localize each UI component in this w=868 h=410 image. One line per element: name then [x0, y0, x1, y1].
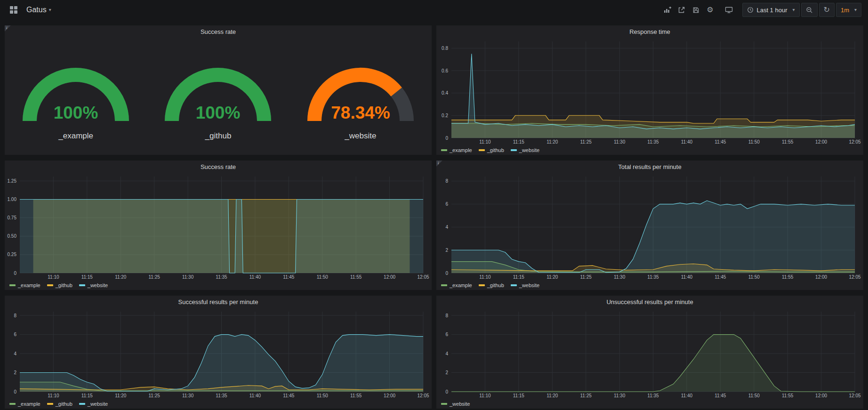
- zoom-out-button[interactable]: [801, 3, 818, 17]
- info-icon: i: [6, 25, 8, 30]
- chart-legend: _example_github_website: [436, 145, 863, 155]
- legend-item-_example[interactable]: _example: [441, 147, 472, 153]
- panel-unsuccessful-results: Unsuccessful results per minute 11:1011:…: [436, 296, 863, 409]
- navbar-right: ⚙ Last 1 hour ▾ ↻: [660, 3, 861, 17]
- chart-svg[interactable]: 11:1011:1511:2011:2511:3011:3511:4011:45…: [5, 308, 432, 399]
- panel-header[interactable]: Success rate: [5, 161, 432, 173]
- legend-item-_website[interactable]: _website: [441, 401, 470, 407]
- svg-text:11:55: 11:55: [782, 139, 794, 145]
- legend-swatch: [479, 149, 485, 151]
- gear-icon: ⚙: [707, 6, 713, 14]
- panel-title[interactable]: Response time: [629, 28, 670, 35]
- panel-response-time: Response time 11:1011:1511:2011:2511:301…: [436, 25, 863, 155]
- chevron-down-icon[interactable]: ▾: [49, 8, 51, 12]
- legend-swatch: [47, 284, 53, 286]
- gauge-value: 78.34%: [331, 103, 390, 122]
- svg-text:11:30: 11:30: [182, 274, 194, 280]
- legend-item-_example[interactable]: _example: [9, 282, 40, 288]
- chart-svg[interactable]: 11:1011:1511:2011:2511:3011:3511:4011:45…: [5, 173, 432, 281]
- chart-plot[interactable]: 11:1011:1511:2011:2511:3011:3511:4011:45…: [5, 308, 432, 399]
- svg-text:0.75: 0.75: [8, 215, 17, 220]
- navbar-left: Gatus ▾: [7, 3, 51, 17]
- gauge-row: 100%_example100%_github78.34%_website: [5, 38, 432, 155]
- panel-header[interactable]: Success rate: [5, 25, 432, 38]
- refresh-interval-label: 1m: [841, 7, 849, 14]
- legend-item-_website[interactable]: _website: [511, 282, 539, 288]
- svg-text:11:50: 11:50: [748, 274, 760, 280]
- dashboard-title[interactable]: Gatus: [26, 6, 47, 14]
- svg-text:11:45: 11:45: [715, 393, 726, 398]
- panel-header[interactable]: Response time: [436, 25, 863, 38]
- chart-legend: _example_github_website: [5, 399, 432, 409]
- legend-swatch: [511, 149, 517, 151]
- svg-text:11:40: 11:40: [681, 274, 693, 280]
- cycle-view-button[interactable]: [722, 3, 736, 17]
- panel-info-corner[interactable]: i: [436, 161, 445, 169]
- svg-text:6: 6: [14, 332, 16, 337]
- gauge-svg: 100%: [14, 49, 138, 129]
- chart-svg[interactable]: 11:1011:1511:2011:2511:3011:3511:4011:45…: [436, 173, 863, 281]
- save-button[interactable]: [689, 3, 703, 17]
- legend-swatch: [9, 403, 16, 405]
- svg-text:0.25: 0.25: [8, 252, 17, 257]
- chart-legend: _example_github_website: [5, 281, 432, 290]
- panel-title[interactable]: Successful results per minute: [178, 298, 258, 305]
- svg-text:11:30: 11:30: [182, 393, 194, 398]
- panel-title[interactable]: Unsuccessful results per minute: [606, 298, 693, 305]
- chart-plot[interactable]: 11:1011:1511:2011:2511:3011:3511:4011:45…: [436, 308, 863, 399]
- panel-title[interactable]: Success rate: [201, 163, 236, 170]
- apps-menu-button[interactable]: [7, 3, 21, 17]
- svg-text:11:10: 11:10: [48, 274, 59, 280]
- legend-item-_github[interactable]: _github: [479, 147, 504, 153]
- svg-text:11:15: 11:15: [81, 393, 93, 398]
- time-range-picker[interactable]: Last 1 hour ▾: [742, 3, 799, 17]
- legend-item-_website[interactable]: _website: [511, 147, 539, 153]
- svg-text:11:35: 11:35: [647, 274, 659, 280]
- refresh-interval-picker[interactable]: 1m ▾: [836, 3, 861, 17]
- svg-text:4: 4: [445, 225, 448, 230]
- settings-button[interactable]: ⚙: [703, 3, 717, 17]
- chart-plot[interactable]: 11:1011:1511:2011:2511:3011:3511:4011:45…: [436, 173, 863, 281]
- gauge-svg: 78.34%: [298, 49, 423, 129]
- svg-text:11:45: 11:45: [283, 393, 295, 398]
- legend-item-_github[interactable]: _github: [47, 282, 72, 288]
- legend-item-_example[interactable]: _example: [441, 282, 472, 288]
- svg-text:0: 0: [445, 136, 448, 141]
- chart-plot[interactable]: 11:1011:1511:2011:2511:3011:3511:4011:45…: [436, 38, 863, 145]
- svg-text:11:25: 11:25: [580, 274, 592, 280]
- legend-item-_github[interactable]: _github: [479, 282, 504, 288]
- legend-item-_github[interactable]: _github: [47, 401, 72, 407]
- add-panel-button[interactable]: [660, 3, 675, 17]
- svg-text:11:40: 11:40: [249, 274, 261, 280]
- svg-text:11:15: 11:15: [513, 274, 525, 280]
- chart-svg[interactable]: 11:1011:1511:2011:2511:3011:3511:4011:45…: [436, 308, 863, 399]
- panel-title[interactable]: Success rate: [201, 28, 236, 35]
- panel-title[interactable]: Total results per minute: [618, 163, 681, 170]
- chart-legend: _website: [436, 399, 863, 409]
- gauge-label: _website: [345, 131, 376, 141]
- svg-text:2: 2: [445, 370, 448, 375]
- svg-text:11:40: 11:40: [681, 139, 693, 145]
- panel-success-rate-gauges: i Success rate 100%_example100%_github78…: [5, 25, 432, 155]
- svg-text:11:25: 11:25: [580, 139, 592, 145]
- panel-success-rate: Success rate 11:1011:1511:2011:2511:3011…: [5, 161, 432, 290]
- share-button[interactable]: [675, 3, 689, 17]
- refresh-button[interactable]: ↻: [819, 3, 835, 17]
- svg-text:11:15: 11:15: [513, 139, 525, 145]
- svg-text:11:10: 11:10: [479, 393, 491, 398]
- panel-header[interactable]: Successful results per minute: [5, 296, 432, 308]
- svg-text:11:10: 11:10: [479, 139, 491, 145]
- legend-item-_example[interactable]: _example: [9, 401, 40, 407]
- svg-text:0: 0: [445, 389, 448, 394]
- panel-header[interactable]: Total results per minute: [436, 161, 863, 173]
- svg-text:0.6: 0.6: [442, 68, 448, 73]
- chart-plot[interactable]: 11:1011:1511:2011:2511:3011:3511:4011:45…: [5, 173, 432, 281]
- panel-header[interactable]: Unsuccessful results per minute: [436, 296, 863, 308]
- svg-text:12:00: 12:00: [384, 274, 395, 280]
- panel-info-corner[interactable]: i: [5, 25, 13, 34]
- chart-svg[interactable]: 11:1011:1511:2011:2511:3011:3511:4011:45…: [436, 38, 863, 145]
- legend-item-_website[interactable]: _website: [79, 401, 108, 407]
- clock-icon: [747, 7, 754, 13]
- legend-item-_website[interactable]: _website: [79, 282, 108, 288]
- zoom-out-icon: [806, 7, 813, 14]
